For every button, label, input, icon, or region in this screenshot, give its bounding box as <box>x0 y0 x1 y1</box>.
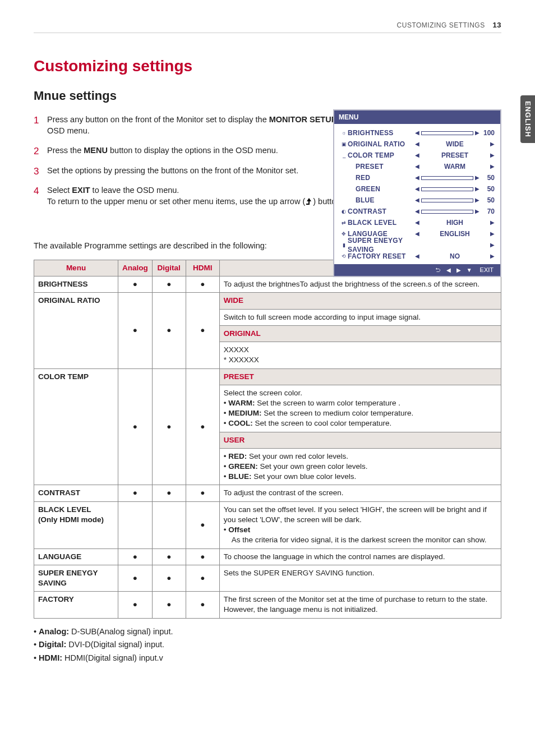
osd-row-control: ◀▶100 <box>415 128 495 137</box>
osd-row-label: BRIGHTNESS <box>348 128 415 137</box>
osd-row-label: BLUE <box>348 196 415 205</box>
osd-row-control: ◀▶50 <box>415 185 495 193</box>
osd-row-label: PRESET <box>348 162 415 171</box>
step-number: 4 <box>34 185 39 198</box>
osd-row-icon: ◐ <box>340 208 348 215</box>
osd-row-label: RED <box>348 173 415 182</box>
osd-slider <box>421 131 473 135</box>
osd-slider <box>421 210 473 214</box>
osd-row-icon: ▣ <box>340 141 348 147</box>
osd-value: 50 <box>481 185 495 193</box>
row-color-temp: COLOR TEMP ● ● ● PRESET <box>34 368 501 385</box>
col-hdmi: HDMI <box>186 260 219 276</box>
osd-value: PRESET <box>419 151 490 160</box>
running-header: CUSTOMIZING SETTINGS 13 <box>34 20 501 30</box>
step-3: 3 Set the options by pressing the button… <box>34 165 348 177</box>
left-arrow-icon: ◀ <box>415 230 419 238</box>
osd-row: RED◀▶50 <box>340 172 495 183</box>
osd-row-label: FACTORY RESET <box>348 252 415 261</box>
osd-slider <box>421 176 473 180</box>
instruction-steps: 1 Press any button on the front of the M… <box>34 114 348 207</box>
osd-value: 70 <box>481 207 495 216</box>
osd-row-control: ◀ENGLISH▶ <box>415 229 495 238</box>
osd-row-control: ◀▶50 <box>415 196 495 205</box>
osd-row-control: ◀HIGH▶ <box>415 218 495 227</box>
header-divider <box>34 33 501 33</box>
col-menu: Menu <box>34 260 118 276</box>
osd-body: ☼BRIGHTNESS◀▶100▣ORIGINAL RATIO◀WIDE▶⎯CO… <box>334 124 500 264</box>
up-arrow-icon <box>305 197 313 205</box>
left-arrow-icon: ◀ <box>415 151 419 159</box>
osd-value: 50 <box>481 173 495 182</box>
row-contrast: CONTRAST ●●● To adjust the contrast of t… <box>34 485 501 501</box>
right-arrow-icon: ▶ <box>475 174 479 182</box>
row-brightness: BRIGHTNESS ●●● To adjust the brightnesTo… <box>34 276 501 293</box>
osd-value: WARM <box>419 162 490 171</box>
osd-menu-panel: MENU ☼BRIGHTNESS◀▶100▣ORIGINAL RATIO◀WID… <box>333 109 501 277</box>
right-arrow-icon: ▶ <box>475 129 479 137</box>
row-super-energy-saving: SUPER ENEYGYSAVING ●●● Sets the SUPER EN… <box>34 565 501 591</box>
right-arrow-icon: ▶ <box>490 230 495 238</box>
page-title: Customizing settings <box>34 56 501 77</box>
left-arrow-icon: ◀ <box>415 219 419 227</box>
osd-value: 100 <box>481 128 495 137</box>
step-number: 3 <box>34 165 39 178</box>
language-tab: ENGLISH <box>520 95 535 143</box>
osd-row-control: ◀WARM▶ <box>415 162 495 171</box>
osd-slider <box>421 199 473 202</box>
osd-row-icon: ▮ <box>340 242 348 248</box>
row-language: LANGUAGE ●●● To choose the language in w… <box>34 548 501 565</box>
osd-nav-right-icon: ▶ <box>456 266 461 274</box>
osd-row-label: GREEN <box>348 185 415 193</box>
osd-row-label: CONTRAST <box>348 207 415 216</box>
osd-row-icon: ☼ <box>340 130 348 136</box>
osd-value: NO <box>419 252 490 261</box>
step-number: 1 <box>34 114 39 127</box>
right-arrow-icon: ▶ <box>490 151 495 159</box>
section-title: Mnue settings <box>34 87 501 104</box>
osd-nav-icons: ⮌ ◀ ▶ ▼ <box>435 266 472 274</box>
osd-row-icon: ✥ <box>340 231 348 237</box>
header-text: CUSTOMIZING SETTINGS <box>397 21 485 29</box>
osd-row-control: ◀▶70 <box>415 207 495 216</box>
osd-row: ⇄BLACK LEVEL◀HIGH▶ <box>340 217 495 228</box>
right-arrow-icon: ▶ <box>490 241 495 249</box>
row-black-level: BLACK LEVEL(Only HDMI mode) ● You can se… <box>34 501 501 548</box>
osd-value: WIDE <box>419 140 490 149</box>
footnote-hdmi: HDMI: HDMI(Digital signal) input.v <box>34 653 501 664</box>
osd-row: PRESET◀WARM▶ <box>340 161 495 172</box>
right-arrow-icon: ▶ <box>490 163 495 170</box>
osd-row-control: ◀PRESET▶ <box>415 151 495 160</box>
osd-row-label: ORIGINAL RATIO <box>348 140 415 149</box>
osd-row-icon: ⎯ <box>340 152 348 159</box>
osd-row-control: ◀▶50 <box>415 173 495 182</box>
osd-row-control: ◀NO▶ <box>415 252 495 261</box>
osd-row: ▮SUPER ENEYGY SAVING▶ <box>340 239 495 251</box>
row-factory: FACTORY ●●● The first screen of the Moni… <box>34 592 501 618</box>
left-arrow-icon: ◀ <box>415 208 419 215</box>
right-arrow-icon: ▶ <box>475 185 479 193</box>
osd-row: BLUE◀▶50 <box>340 195 495 206</box>
left-arrow-icon: ◀ <box>415 252 419 260</box>
table-footnotes: Analog: D-SUB(Analog signal) input. Digi… <box>34 626 501 664</box>
step-2: 2 Press the MENU button to display the o… <box>34 145 348 156</box>
settings-table: Menu Analog Digital HDMI Description BRI… <box>34 260 501 619</box>
osd-value: 50 <box>481 196 495 205</box>
col-digital: Digital <box>152 260 186 276</box>
step-1: 1 Press any button on the front of the M… <box>34 114 348 136</box>
right-arrow-icon: ▶ <box>490 140 495 148</box>
right-arrow-icon: ▶ <box>475 208 479 215</box>
osd-row-label: COLOR TEMP <box>348 151 415 160</box>
osd-footer: ⮌ ◀ ▶ ▼ EXIT <box>334 264 500 276</box>
left-arrow-icon: ◀ <box>415 163 419 170</box>
row-original-ratio: ORIGINAL RATIO ● ● ● WIDE <box>34 293 501 309</box>
right-arrow-icon: ▶ <box>490 219 495 227</box>
page-number: 13 <box>493 21 501 29</box>
right-arrow-icon: ▶ <box>490 252 495 260</box>
osd-nav-left-icon: ◀ <box>446 266 451 274</box>
osd-row: ▣ORIGINAL RATIO◀WIDE▶ <box>340 139 495 150</box>
osd-nav-down-icon: ▼ <box>467 266 472 274</box>
step-number: 2 <box>34 145 39 158</box>
left-arrow-icon: ◀ <box>415 174 419 182</box>
osd-row-icon: ⟲ <box>340 253 348 260</box>
